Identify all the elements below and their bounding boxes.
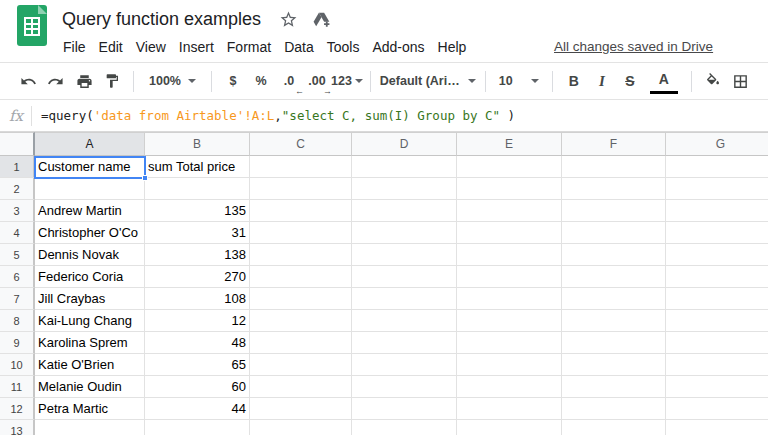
cell-F5[interactable] — [562, 244, 666, 266]
cell-A3[interactable]: Andrew Martin — [35, 200, 145, 222]
cell-A5[interactable]: Dennis Novak — [35, 244, 145, 266]
row-header-12[interactable]: 12 — [0, 398, 35, 420]
cell-C1[interactable] — [250, 156, 352, 178]
cell-E10[interactable] — [457, 354, 562, 376]
cell-G2[interactable] — [666, 178, 768, 200]
column-header-G[interactable]: G — [666, 132, 768, 156]
cell-A6[interactable]: Federico Coria — [35, 266, 145, 288]
menu-tools[interactable]: Tools — [327, 39, 360, 55]
cell-A8[interactable]: Kai-Lung Chang — [35, 310, 145, 332]
row-header-7[interactable]: 7 — [0, 288, 35, 310]
cell-G6[interactable] — [666, 266, 768, 288]
cell-B5[interactable]: 138 — [145, 244, 250, 266]
menu-help[interactable]: Help — [438, 39, 467, 55]
cell-A1[interactable]: Customer name — [35, 156, 145, 178]
cell-G13[interactable] — [666, 420, 768, 435]
column-header-F[interactable]: F — [562, 132, 666, 156]
column-header-D[interactable]: D — [352, 132, 457, 156]
cell-D8[interactable] — [352, 310, 457, 332]
cell-B2[interactable] — [145, 178, 250, 200]
cell-F9[interactable] — [562, 332, 666, 354]
menu-view[interactable]: View — [136, 39, 166, 55]
decrease-decimal-button[interactable]: .0 ← — [275, 68, 303, 94]
cell-B6[interactable]: 270 — [145, 266, 250, 288]
cell-D12[interactable] — [352, 398, 457, 420]
document-title[interactable]: Query function examples — [62, 9, 261, 30]
cell-C6[interactable] — [250, 266, 352, 288]
text-color-button[interactable]: A — [650, 68, 678, 94]
cell-E13[interactable] — [457, 420, 562, 435]
cell-D9[interactable] — [352, 332, 457, 354]
cell-C11[interactable] — [250, 376, 352, 398]
row-header-8[interactable]: 8 — [0, 310, 35, 332]
cell-C7[interactable] — [250, 288, 352, 310]
fill-color-icon[interactable] — [699, 68, 727, 94]
strikethrough-button[interactable]: S — [616, 68, 644, 94]
formula-input[interactable]: =query('data from Airtable'!A:L,"select … — [41, 108, 515, 123]
bold-button[interactable]: B — [560, 68, 588, 94]
cell-C3[interactable] — [250, 200, 352, 222]
select-all-corner[interactable] — [0, 132, 35, 156]
menu-insert[interactable]: Insert — [179, 39, 214, 55]
cell-A10[interactable]: Katie O'Brien — [35, 354, 145, 376]
cell-F4[interactable] — [562, 222, 666, 244]
cell-D6[interactable] — [352, 266, 457, 288]
cell-F1[interactable] — [562, 156, 666, 178]
cell-D7[interactable] — [352, 288, 457, 310]
cell-E8[interactable] — [457, 310, 562, 332]
cell-E1[interactable] — [457, 156, 562, 178]
cell-D5[interactable] — [352, 244, 457, 266]
cell-A9[interactable]: Karolina Sprem — [35, 332, 145, 354]
cell-G10[interactable] — [666, 354, 768, 376]
cell-B12[interactable]: 44 — [145, 398, 250, 420]
cell-E5[interactable] — [457, 244, 562, 266]
cell-A7[interactable]: Jill Craybas — [35, 288, 145, 310]
undo-icon[interactable] — [14, 68, 42, 94]
cell-G7[interactable] — [666, 288, 768, 310]
italic-button[interactable]: I — [588, 68, 616, 94]
cell-E9[interactable] — [457, 332, 562, 354]
cell-B7[interactable]: 108 — [145, 288, 250, 310]
cell-G9[interactable] — [666, 332, 768, 354]
cell-C4[interactable] — [250, 222, 352, 244]
cell-F6[interactable] — [562, 266, 666, 288]
cell-F7[interactable] — [562, 288, 666, 310]
cell-F8[interactable] — [562, 310, 666, 332]
menu-file[interactable]: File — [63, 39, 86, 55]
cell-E6[interactable] — [457, 266, 562, 288]
row-header-4[interactable]: 4 — [0, 222, 35, 244]
increase-decimal-button[interactable]: .00 → — [303, 68, 331, 94]
cell-E11[interactable] — [457, 376, 562, 398]
cell-A4[interactable]: Christopher O'Co — [35, 222, 145, 244]
cell-A2[interactable] — [35, 178, 145, 200]
cell-G5[interactable] — [666, 244, 768, 266]
row-header-9[interactable]: 9 — [0, 332, 35, 354]
cell-B4[interactable]: 31 — [145, 222, 250, 244]
cell-C9[interactable] — [250, 332, 352, 354]
cell-B9[interactable]: 48 — [145, 332, 250, 354]
cell-D2[interactable] — [352, 178, 457, 200]
cell-C5[interactable] — [250, 244, 352, 266]
cell-A13[interactable] — [35, 420, 145, 435]
menu-data[interactable]: Data — [284, 39, 314, 55]
cell-B13[interactable] — [145, 420, 250, 435]
row-header-13[interactable]: 13 — [0, 420, 35, 435]
cell-D11[interactable] — [352, 376, 457, 398]
cell-E4[interactable] — [457, 222, 562, 244]
row-header-2[interactable]: 2 — [0, 178, 35, 200]
cell-B8[interactable]: 12 — [145, 310, 250, 332]
cell-E2[interactable] — [457, 178, 562, 200]
cell-E3[interactable] — [457, 200, 562, 222]
print-icon[interactable] — [70, 68, 98, 94]
cell-G12[interactable] — [666, 398, 768, 420]
column-header-E[interactable]: E — [457, 132, 562, 156]
more-formats-button[interactable]: 123 — [331, 68, 363, 94]
borders-icon[interactable] — [727, 68, 755, 94]
cell-F11[interactable] — [562, 376, 666, 398]
row-header-3[interactable]: 3 — [0, 200, 35, 222]
cell-B10[interactable]: 65 — [145, 354, 250, 376]
cell-E7[interactable] — [457, 288, 562, 310]
cell-B1[interactable]: sum Total price — [145, 156, 250, 178]
cell-C2[interactable] — [250, 178, 352, 200]
redo-icon[interactable] — [42, 68, 70, 94]
